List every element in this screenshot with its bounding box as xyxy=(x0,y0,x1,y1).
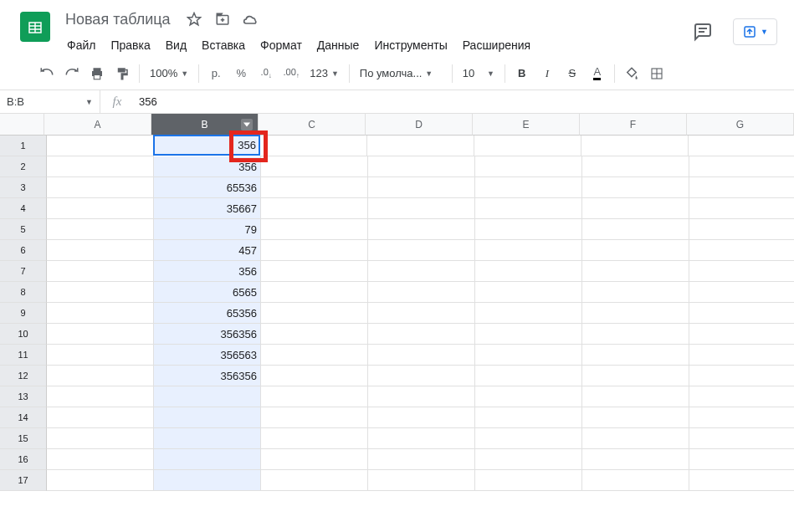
cell-F14[interactable] xyxy=(582,407,689,428)
cell-C14[interactable] xyxy=(261,407,368,428)
cell-A13[interactable] xyxy=(47,386,154,407)
cell-B11[interactable]: 356563 xyxy=(154,345,261,366)
cell-E6[interactable] xyxy=(475,240,582,261)
fill-color-button[interactable] xyxy=(620,62,643,85)
cell-F15[interactable] xyxy=(582,428,689,449)
cell-D8[interactable] xyxy=(368,282,475,303)
cell-G13[interactable] xyxy=(689,386,794,407)
cell-F13[interactable] xyxy=(582,386,689,407)
cell-A11[interactable] xyxy=(47,345,154,366)
more-formats-dropdown[interactable]: 123▼ xyxy=(305,62,344,85)
star-icon[interactable] xyxy=(184,9,204,29)
cell-C17[interactable] xyxy=(261,470,368,491)
menu-file[interactable]: Файл xyxy=(60,35,102,55)
italic-button[interactable]: I xyxy=(535,62,559,85)
cell-A15[interactable] xyxy=(47,428,154,449)
cell-D6[interactable] xyxy=(368,240,475,261)
cell-A2[interactable] xyxy=(47,156,154,177)
cell-F9[interactable] xyxy=(582,303,689,324)
text-color-button[interactable]: A xyxy=(586,62,609,85)
cell-G8[interactable] xyxy=(689,282,794,303)
cell-A16[interactable] xyxy=(47,449,154,470)
cell-F8[interactable] xyxy=(582,282,689,303)
cell-F12[interactable] xyxy=(582,366,689,386)
cell-C13[interactable] xyxy=(261,386,368,407)
cell-G7[interactable] xyxy=(689,261,794,282)
cell-G1[interactable] xyxy=(689,136,794,156)
row-header-13[interactable]: 13 xyxy=(0,386,47,407)
cell-E2[interactable] xyxy=(475,156,582,177)
cell-B12[interactable]: 356356 xyxy=(154,366,261,386)
decrease-decimal-button[interactable]: .0↓ xyxy=(254,62,278,85)
cell-F2[interactable] xyxy=(582,156,689,177)
cell-G17[interactable] xyxy=(689,470,794,491)
cell-E12[interactable] xyxy=(475,366,582,386)
cell-A10[interactable] xyxy=(47,324,154,345)
cell-G3[interactable] xyxy=(689,177,794,198)
cell-B1[interactable]: 356 xyxy=(153,135,260,156)
row-header-4[interactable]: 4 xyxy=(0,198,47,219)
cell-E4[interactable] xyxy=(475,198,582,219)
menu-extensions[interactable]: Расширения xyxy=(456,35,537,55)
cell-B2[interactable]: 356 xyxy=(154,156,261,177)
row-header-11[interactable]: 11 xyxy=(0,345,47,366)
row-header-3[interactable]: 3 xyxy=(0,177,47,198)
menu-view[interactable]: Вид xyxy=(159,35,193,55)
cell-E8[interactable] xyxy=(475,282,582,303)
column-dropdown-icon[interactable] xyxy=(241,119,253,130)
menu-format[interactable]: Формат xyxy=(254,35,309,55)
strikethrough-button[interactable]: S xyxy=(561,62,584,85)
cell-A4[interactable] xyxy=(47,198,154,219)
menu-edit[interactable]: Правка xyxy=(104,35,156,55)
cell-C4[interactable] xyxy=(261,198,368,219)
row-header-7[interactable]: 7 xyxy=(0,261,47,282)
cell-A3[interactable] xyxy=(47,177,154,198)
increase-decimal-button[interactable]: .00↑ xyxy=(279,62,303,85)
column-header-F[interactable]: F xyxy=(580,114,687,136)
undo-button[interactable] xyxy=(35,62,59,85)
row-header-14[interactable]: 14 xyxy=(0,407,47,428)
cell-B16[interactable] xyxy=(154,449,261,470)
cell-C16[interactable] xyxy=(261,449,368,470)
cell-G12[interactable] xyxy=(689,366,794,386)
cell-G4[interactable] xyxy=(689,198,794,219)
cell-A12[interactable] xyxy=(47,366,154,386)
column-header-E[interactable]: E xyxy=(473,114,580,136)
cell-C5[interactable] xyxy=(261,219,368,240)
bold-button[interactable]: B xyxy=(510,62,534,85)
cell-C11[interactable] xyxy=(261,345,368,366)
cell-F5[interactable] xyxy=(582,219,689,240)
row-header-17[interactable]: 17 xyxy=(0,470,47,491)
cell-E9[interactable] xyxy=(475,303,582,324)
cell-C2[interactable] xyxy=(261,156,368,177)
cell-B10[interactable]: 356356 xyxy=(154,324,261,345)
cell-B4[interactable]: 35667 xyxy=(154,198,261,219)
cell-D1[interactable] xyxy=(367,136,474,156)
cell-D9[interactable] xyxy=(368,303,475,324)
cell-A7[interactable] xyxy=(47,261,154,282)
cell-A6[interactable] xyxy=(47,240,154,261)
cell-C7[interactable] xyxy=(261,261,368,282)
row-header-10[interactable]: 10 xyxy=(0,324,47,345)
redo-button[interactable] xyxy=(60,62,84,85)
row-header-8[interactable]: 8 xyxy=(0,282,47,303)
cell-D5[interactable] xyxy=(368,219,475,240)
cell-A1[interactable] xyxy=(47,136,154,156)
font-size-dropdown[interactable]: 10▼ xyxy=(458,62,499,85)
cell-E5[interactable] xyxy=(475,219,582,240)
cell-G6[interactable] xyxy=(689,240,794,261)
cell-E11[interactable] xyxy=(475,345,582,366)
cell-E15[interactable] xyxy=(475,428,582,449)
cell-D3[interactable] xyxy=(368,177,475,198)
cell-D11[interactable] xyxy=(368,345,475,366)
cell-G16[interactable] xyxy=(689,449,794,470)
cell-G14[interactable] xyxy=(689,407,794,428)
cell-A9[interactable] xyxy=(47,303,154,324)
column-header-D[interactable]: D xyxy=(366,114,473,136)
cell-D4[interactable] xyxy=(368,198,475,219)
row-header-16[interactable]: 16 xyxy=(0,449,47,470)
row-header-15[interactable]: 15 xyxy=(0,428,47,449)
paint-format-button[interactable] xyxy=(110,62,134,85)
cell-B13[interactable] xyxy=(154,386,261,407)
cell-F3[interactable] xyxy=(582,177,689,198)
